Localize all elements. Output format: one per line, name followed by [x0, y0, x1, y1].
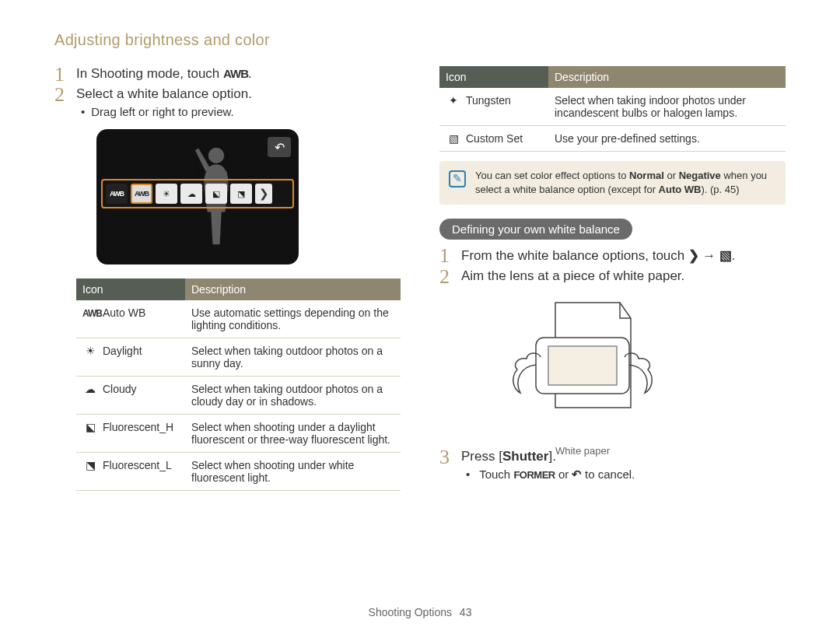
row-label: Fluorescent_L: [103, 459, 172, 471]
row-label: Tungsten: [466, 94, 511, 107]
chevron-right-icon: ❯: [688, 248, 699, 263]
fluorescent-l-icon: ⬔: [82, 459, 98, 471]
footer-page: 43: [460, 606, 472, 618]
auto-wb-icon: AWB: [82, 306, 98, 319]
row-desc: Select when taking outdoor photos on a c…: [185, 377, 401, 415]
row-desc: Select when taking outdoor photos on a s…: [185, 338, 401, 377]
svg-rect-2: [548, 346, 617, 385]
custom-set-icon: ▧: [719, 248, 732, 263]
right-steps: From the white balance options, touch ❯ …: [439, 247, 786, 482]
row-label: Daylight: [103, 345, 142, 357]
row-label: Fluorescent_H: [103, 421, 173, 433]
row-label: Cloudy: [103, 383, 137, 395]
note-box: ✎ You can set color effect options to No…: [439, 161, 786, 205]
th-icon: Icon: [76, 278, 185, 300]
row-desc: Use automatic settings depending on the …: [185, 300, 401, 338]
wb-strip-item-fluor-l: ⬔: [230, 184, 252, 204]
table-row: ▧Custom SetUse your pre-defined settings…: [439, 126, 786, 152]
svg-point-0: [208, 148, 224, 163]
wb-strip-item-daylight: ☀: [156, 184, 177, 204]
row-desc: Select when shooting under a daylight fl…: [185, 415, 401, 453]
row-desc: Select when shooting under white fluores…: [185, 453, 401, 491]
wb-table-right: Icon Description ✦TungstenSelect when ta…: [439, 66, 786, 152]
step-2: Select a white balance option. Drag left…: [54, 86, 401, 491]
th-desc-r: Description: [548, 66, 786, 88]
back-icon: ↶: [268, 137, 291, 157]
footer: Shooting Options 43: [0, 606, 840, 618]
camera-screenshot: ↶ AWB AWB ☀ ☁ ⬕: [96, 129, 299, 264]
wb-option-strip: AWB AWB ☀ ☁ ⬕ ⬔ ❯: [101, 179, 294, 208]
two-column-layout: In Shooting mode, touch AWB. Select a wh…: [54, 66, 786, 496]
wb-strip-item-fluor-h: ⬕: [205, 184, 227, 204]
table-row: ✦TungstenSelect when taking indoor photo…: [439, 88, 786, 126]
r-step3-sub: Touch FORMER or ↶ to cancel.: [461, 468, 786, 482]
table-row: ⬔Fluorescent_LSelect when shooting under…: [76, 453, 401, 491]
page-title: Adjusting brightness and color: [54, 31, 786, 49]
r-step2-text: Aim the lens at a piece of white paper.: [461, 268, 684, 283]
step2-sub1: Drag left or right to preview.: [81, 105, 401, 118]
former-icon: FORMER: [513, 469, 555, 481]
r-step-2: Aim the lens at a piece of white paper. …: [439, 268, 786, 443]
th-desc: Description: [185, 278, 401, 300]
r-step-1: From the white balance options, touch ❯ …: [439, 247, 786, 264]
left-steps: In Shooting mode, touch AWB. Select a wh…: [54, 66, 401, 491]
cloudy-icon: ☁: [82, 383, 98, 395]
awb-icon: AWB: [223, 67, 248, 80]
r-step-3: Press [Shutter]. Touch FORMER or ↶ to ca…: [439, 449, 786, 482]
row-label: Custom Set: [466, 132, 523, 145]
daylight-icon: ☀: [82, 345, 98, 357]
row-desc: Select when taking indoor photos under i…: [548, 88, 786, 126]
table-row: ☁CloudySelect when taking outdoor photos…: [76, 377, 401, 415]
step1-suffix: .: [248, 66, 252, 81]
wb-strip-item-cloudy: ☁: [180, 184, 202, 204]
step2-text: Select a white balance option.: [76, 86, 252, 101]
wb-table-left: Icon Description AWBAuto WBUse automatic…: [76, 278, 401, 491]
wb-left-tbody: AWBAuto WBUse automatic settings dependi…: [76, 300, 401, 491]
tungsten-icon: ✦: [446, 94, 461, 107]
step2-sub-list: Drag left or right to preview.: [76, 105, 401, 118]
table-row: ☀DaylightSelect when taking outdoor phot…: [76, 338, 401, 377]
step-1: In Shooting mode, touch AWB.: [54, 66, 401, 82]
note-icon: ✎: [449, 170, 466, 187]
subheading-define-wb: Defining your own white balance: [439, 219, 632, 240]
row-desc: Use your pre-defined settings.: [548, 126, 786, 152]
step1-prefix: In Shooting mode, touch: [76, 66, 223, 81]
left-column: In Shooting mode, touch AWB. Select a wh…: [54, 66, 401, 496]
right-column: Icon Description ✦TungstenSelect when ta…: [439, 66, 786, 496]
row-label: Auto WB: [103, 306, 145, 319]
shutter-label: Shutter: [502, 449, 549, 464]
note-text: You can set color effect options to Norm…: [475, 170, 767, 195]
wb-strip-item-awb-dark: AWB: [106, 184, 128, 204]
return-icon: ↶: [572, 468, 582, 481]
custom-set-icon: ▧: [446, 132, 461, 145]
r-step1-prefix: From the white balance options, touch: [461, 248, 688, 263]
white-paper-illustration: White paper: [481, 295, 684, 443]
th-icon-r: Icon: [439, 66, 548, 88]
wb-right-tbody: ✦TungstenSelect when taking indoor photo…: [439, 88, 786, 152]
table-row: AWBAuto WBUse automatic settings dependi…: [76, 300, 401, 338]
wb-strip-item-awb-selected: AWB: [131, 184, 152, 204]
strip-next-icon: ❯: [255, 184, 272, 204]
fluorescent-h-icon: ⬕: [82, 421, 98, 433]
footer-section: Shooting Options: [369, 606, 452, 618]
table-row: ⬕Fluorescent_HSelect when shooting under…: [76, 415, 401, 453]
